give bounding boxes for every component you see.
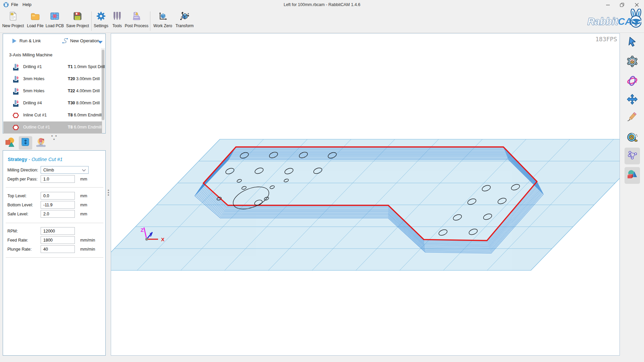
separator-line <box>6 257 103 258</box>
depth-per-pass-input[interactable] <box>41 175 75 183</box>
play-icon <box>11 38 17 45</box>
svg-text:Y: Y <box>181 12 183 14</box>
machine-tab-button[interactable] <box>34 136 48 150</box>
field-label: Top Level: <box>7 194 27 198</box>
toolbar-button-label: Save Project <box>66 23 89 28</box>
toolbar-button-label: Post Process <box>125 23 149 28</box>
save-project-icon <box>73 10 82 22</box>
field-label: Milling Direction: <box>7 168 38 172</box>
new-project-icon <box>8 10 18 22</box>
operation-name: 5mm Holes <box>23 89 44 93</box>
gear-home-icon <box>627 56 638 68</box>
shapes-tab-button[interactable] <box>3 136 17 150</box>
bottom-level-input[interactable] <box>41 201 75 209</box>
new-operation-icon <box>61 37 69 46</box>
strategy-panel: Strategy - Outline Cut #1 Helical Machin… <box>3 150 106 356</box>
load-file-icon <box>31 10 40 22</box>
toolbar-button-label: Load PCB <box>46 23 64 28</box>
transform-button[interactable]: YXZTransform <box>169 10 200 32</box>
operation-tool: T30 8.00mm Drill <box>68 101 100 105</box>
field-label: Feed Rate: <box>7 238 28 243</box>
panel-resize-handle[interactable]: ●●● <box>107 189 110 196</box>
tape-measure-icon <box>627 132 638 145</box>
plunge-rate-input[interactable] <box>41 245 75 253</box>
operation-name: Drilling #4 <box>23 101 42 105</box>
gear-home-button[interactable] <box>625 54 640 70</box>
operation-row[interactable]: 5mm HolesT22 4.00mm Drill <box>3 85 102 97</box>
cursor-button[interactable] <box>625 34 640 51</box>
operation-row[interactable]: Drilling #4T30 8.00mm Drill <box>3 97 102 109</box>
operation-tool: T8 6.0mm Endmill <box>68 125 102 130</box>
run-link-bar: Run & Link New Operation <box>3 34 106 48</box>
strategy-subtitle: Outline Cut #1 <box>32 157 63 162</box>
rpm-input[interactable] <box>41 227 75 235</box>
separator-line <box>6 223 103 223</box>
field-unit: mm <box>80 212 87 216</box>
rabbit-head-icon <box>630 9 641 27</box>
field-unit: mm <box>80 194 87 198</box>
separator-line <box>6 187 103 188</box>
hexagon-icon <box>12 124 19 131</box>
operation-name: Drilling #1 <box>23 64 42 69</box>
safe-level-input[interactable] <box>41 210 75 218</box>
shapes-tab-icon <box>5 137 15 149</box>
move-icon <box>627 94 638 106</box>
run-link-button[interactable]: Run & Link <box>19 38 41 43</box>
toolbar-separator <box>150 11 150 31</box>
pencil-icon <box>627 112 638 124</box>
toolpath-tab-icon <box>20 137 31 149</box>
node-graph-button[interactable] <box>625 148 640 164</box>
svg-text:183FPS: 183FPS <box>595 36 617 43</box>
operation-name: Inline Cut #1 <box>23 113 47 117</box>
post-process-button[interactable]: Post Process <box>121 10 152 32</box>
new-operation-button[interactable]: New Operation <box>70 38 99 43</box>
toolpath-tab-button[interactable] <box>19 136 32 150</box>
svg-text:Rabbit: Rabbit <box>588 16 618 27</box>
shapes-3d-button[interactable] <box>625 167 640 184</box>
main-toolbar: New ProjectLoad FileLoad PCBSave Project… <box>0 9 644 33</box>
tape-measure-button[interactable] <box>625 130 640 147</box>
window-title: Left for 100mm.rbcam - RabbitCAM 1.4.6 <box>0 2 644 7</box>
operations-list: 3-Axis Milling Machine Drilling #1T1 1.0… <box>3 48 106 134</box>
operation-row[interactable]: Drilling #1T1 1.0mm Spot Drill <box>3 61 102 73</box>
toolbar-button-label: Transform <box>176 23 194 28</box>
tools-icon <box>112 10 122 22</box>
operation-tool: T8 6.0mm Endmill <box>68 113 102 117</box>
feed-rate-input[interactable] <box>41 236 75 244</box>
work-zero-icon <box>158 10 167 22</box>
operation-row[interactable]: 3mm HolesT20 3.00mm Drill <box>3 73 102 85</box>
shapes-3d-icon <box>627 169 638 182</box>
orbit-rotate-button[interactable] <box>625 73 640 90</box>
drill-icon <box>12 64 19 70</box>
maximize-button[interactable] <box>617 1 627 9</box>
pencil-button[interactable] <box>625 110 640 126</box>
svg-text:X: X <box>188 13 189 15</box>
svg-text:Z: Z <box>181 16 182 18</box>
machine-tab-icon <box>36 137 46 149</box>
field-label: Safe Level: <box>7 212 29 216</box>
minimize-button[interactable] <box>603 1 613 9</box>
field-unit: mm/min <box>80 238 95 243</box>
post-process-icon <box>132 10 141 22</box>
milling-direction-select[interactable]: Climb <box>41 166 89 174</box>
move-button[interactable] <box>625 92 640 108</box>
drill-icon <box>12 88 19 95</box>
field-unit: mm <box>80 177 87 182</box>
top-level-input[interactable] <box>41 192 75 200</box>
hexagon-icon <box>12 112 19 119</box>
svg-text:Z: Z <box>141 227 144 233</box>
field-label: Plunge Rate: <box>7 247 32 252</box>
new-operation-dropdown-icon[interactable] <box>98 39 103 45</box>
close-button[interactable] <box>632 1 642 9</box>
field-unit: mm/min <box>80 247 95 252</box>
node-graph-icon <box>627 150 638 162</box>
operation-tool: T1 1.0mm Spot Drill <box>68 64 105 69</box>
cursor-icon <box>627 36 638 49</box>
operation-tool: T22 4.00mm Drill <box>68 89 100 93</box>
load-pcb-icon <box>50 10 59 22</box>
operation-row[interactable]: Outline Cut #1T8 6.0mm Endmill <box>3 121 102 134</box>
list-resize-handle[interactable]: ● ● ● <box>50 134 58 141</box>
operation-name: Outline Cut #1 <box>23 125 50 130</box>
viewport-3d[interactable]: XyZ183FPS <box>111 33 620 356</box>
operation-row[interactable]: Inline Cut #1T8 6.0mm Endmill <box>3 109 102 121</box>
